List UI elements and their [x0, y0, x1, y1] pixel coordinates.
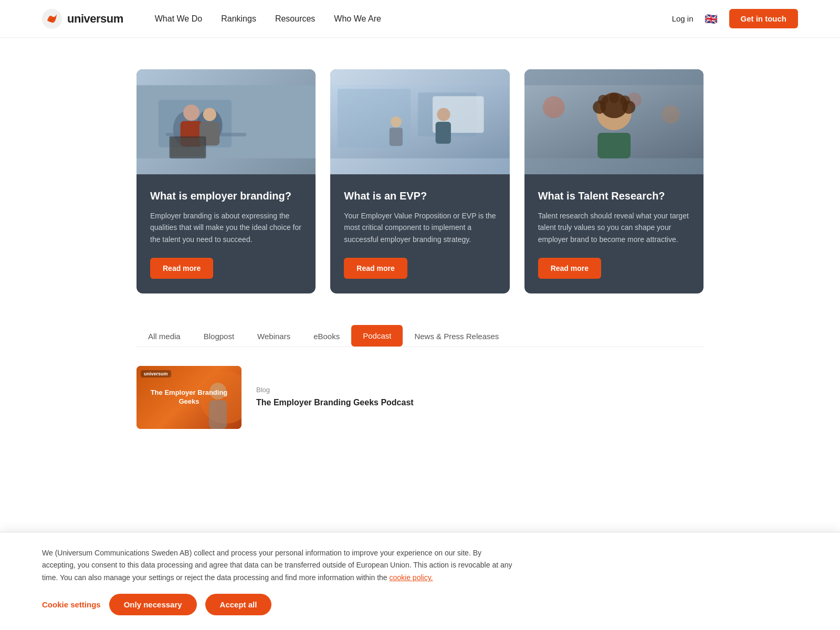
- tab-all-media[interactable]: All media: [136, 326, 192, 347]
- header-right: Log in 🇬🇧 Get in touch: [672, 9, 798, 28]
- svg-point-32: [609, 93, 620, 103]
- logo-icon: [42, 9, 62, 29]
- svg-point-8: [203, 108, 216, 121]
- card-desc-2: Your Employer Value Proposition or EVP i…: [344, 210, 496, 245]
- svg-point-30: [598, 94, 608, 105]
- svg-point-19: [391, 117, 402, 128]
- language-selector[interactable]: 🇬🇧: [704, 12, 719, 26]
- nav-what-we-do[interactable]: What We Do: [155, 14, 202, 24]
- read-more-button-1[interactable]: Read more: [150, 258, 213, 279]
- media-tabs: All media Blogpost Webinars eBooks Podca…: [136, 325, 704, 347]
- svg-rect-11: [171, 138, 204, 156]
- card-desc-3: Talent research should reveal what your …: [538, 210, 690, 245]
- tab-news-press[interactable]: News & Press Releases: [403, 326, 510, 347]
- card-body-3: What is Talent Research? Talent research…: [524, 174, 704, 293]
- card-body-2: What is an EVP? Your Employer Value Prop…: [330, 174, 509, 293]
- nav-who-we-are[interactable]: Who We Are: [334, 14, 381, 24]
- nav-resources[interactable]: Resources: [275, 14, 315, 24]
- card-title-3: What is Talent Research?: [538, 189, 690, 203]
- tab-blogpost[interactable]: Blogpost: [192, 326, 246, 347]
- card-talent-research: What is Talent Research? Talent research…: [524, 69, 704, 293]
- main-content: What is employer branding? Employer bran…: [126, 38, 714, 450]
- read-more-button-3[interactable]: Read more: [538, 258, 601, 279]
- podcast-thumbnail[interactable]: universum The Employer Branding Geeks: [136, 366, 242, 429]
- card-image-2: [330, 69, 509, 174]
- header: universum What We Do Rankings Resources …: [0, 0, 840, 38]
- svg-point-23: [542, 96, 564, 118]
- tab-ebooks[interactable]: eBooks: [302, 326, 351, 347]
- card-body-1: What is employer branding? Employer bran…: [136, 174, 316, 293]
- podcast-thumb-title: The Employer Branding Geeks: [136, 382, 242, 413]
- tab-podcast[interactable]: Podcast: [351, 325, 403, 346]
- svg-rect-20: [390, 128, 403, 146]
- podcast-title: The Employer Branding Geeks Podcast: [256, 397, 414, 408]
- get-in-touch-button[interactable]: Get in touch: [729, 9, 799, 28]
- card-evp: What is an EVP? Your Employer Value Prop…: [330, 69, 509, 293]
- card-title-1: What is employer branding?: [150, 189, 302, 203]
- podcast-thumb-logo: universum: [141, 370, 171, 377]
- svg-point-31: [620, 96, 630, 106]
- login-button[interactable]: Log in: [672, 14, 694, 23]
- logo[interactable]: universum: [42, 9, 123, 29]
- read-more-button-2[interactable]: Read more: [344, 258, 407, 279]
- card-desc-1: Employer branding is about expressing th…: [150, 210, 302, 245]
- svg-rect-33: [597, 133, 631, 159]
- card-image-3: [524, 69, 704, 174]
- podcast-category: Blog: [256, 386, 414, 394]
- podcast-section: universum The Employer Branding Geeks Bl…: [136, 366, 704, 429]
- svg-point-17: [437, 108, 450, 121]
- main-nav: What We Do Rankings Resources Who We Are: [155, 14, 672, 24]
- card-title-2: What is an EVP?: [344, 189, 496, 203]
- svg-point-6: [183, 104, 200, 121]
- svg-point-24: [662, 106, 680, 124]
- card-image-1: [136, 69, 316, 174]
- tab-webinars[interactable]: Webinars: [246, 326, 302, 347]
- svg-rect-18: [436, 122, 451, 144]
- logo-text: universum: [67, 12, 123, 26]
- nav-rankings[interactable]: Rankings: [221, 14, 256, 24]
- cards-row: What is employer branding? Employer bran…: [136, 69, 704, 293]
- podcast-info: Blog The Employer Branding Geeks Podcast: [256, 366, 414, 429]
- podcast-thumb-bg: universum The Employer Branding Geeks: [136, 366, 242, 429]
- card-employer-branding: What is employer branding? Employer bran…: [136, 69, 316, 293]
